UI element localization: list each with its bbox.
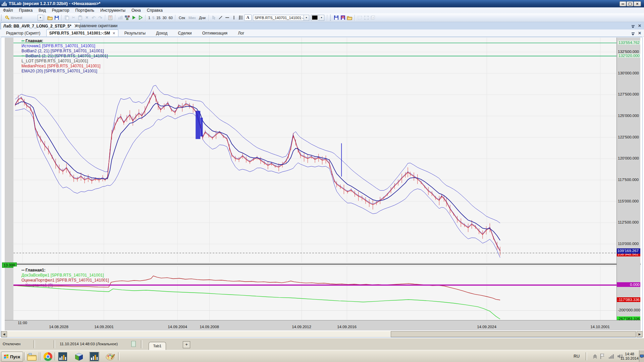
tslab-app-icon[interactable] [58, 352, 68, 361]
tab-results[interactable]: Результаты [120, 30, 150, 37]
main-legend-item-2[interactable]: BolBan2 (2, 21) [SPFB.RTS_140701_141001] [21, 49, 108, 54]
pane-splitter[interactable]: 13.000 [5, 262, 641, 266]
tabstrip-close-icon[interactable]: ✕ [638, 24, 641, 27]
color-picker-arrow[interactable]: ▼ [319, 15, 324, 20]
open-script-icon[interactable] [47, 14, 53, 21]
date-label-5: 14.09.2012 [292, 325, 311, 329]
menu-item-4[interactable]: Редактор [49, 7, 72, 13]
timeframe-button-5[interactable]: 5 [151, 16, 155, 20]
timeframe-button-30[interactable]: 30 [162, 16, 168, 20]
chart-view-icon[interactable] [117, 14, 124, 21]
script-properties-icon[interactable] [107, 14, 114, 21]
tab-editor-script[interactable]: Редактор (Скрипт) [1, 30, 45, 37]
horizontal-scrollbar[interactable]: ◀ ▶ [1, 331, 643, 337]
main-legend-item-5[interactable]: MedianPrice1 [SPFB.RTS_140701_141001] [21, 64, 108, 69]
group-panels-icon[interactable] [357, 14, 363, 21]
tslab-app-icon-active[interactable] [89, 352, 99, 361]
tray-clock[interactable]: 14:48 11.10.2014 [621, 350, 639, 362]
save-layout-icon[interactable] [333, 14, 340, 21]
ungroup-panels-icon[interactable] [363, 14, 370, 21]
tab-list-menu-icon[interactable] [631, 24, 635, 29]
unit-button-Мин[interactable]: Мин [187, 16, 197, 20]
tray-expand-icon[interactable] [594, 350, 596, 362]
run-icon[interactable] [130, 14, 137, 21]
tab-deals[interactable]: Сделки [173, 30, 197, 37]
save-script-icon[interactable] [53, 14, 60, 21]
equity-value-badge-1: 0.000 [617, 282, 640, 287]
bottom-legend-item-2[interactable]: ОценкаПортфел1 [SPFB.RTS_140701_141001] [21, 278, 109, 283]
menu-item-8[interactable]: Справка [144, 7, 166, 13]
main-legend-item-1[interactable]: Источник1 [SPFB.RTS_140701_141001] [21, 44, 108, 49]
text-tool-icon[interactable]: A [244, 14, 252, 21]
scrollbar-thumb[interactable] [391, 331, 636, 337]
unit-button-Дни[interactable]: Дни [197, 16, 207, 20]
symbol-combo-arrow[interactable]: ▼ [304, 15, 309, 20]
save-layout-as-icon[interactable]: AS [340, 14, 346, 21]
bottom-legend-item-1[interactable]: ДохЗаВсеВре1 [SPFB.RTS_140701_141001] [21, 273, 109, 278]
viewtab-list-menu-icon[interactable] [631, 32, 635, 37]
pointer-tool-icon[interactable] [211, 14, 217, 21]
open-layout-icon[interactable] [346, 14, 353, 21]
toolbar-grip-2[interactable] [330, 15, 332, 21]
tray-flag-icon[interactable] [600, 350, 605, 362]
horizontal-line-tool-icon[interactable] [224, 14, 231, 21]
script-diagram-icon[interactable] [124, 14, 130, 21]
menu-item-3[interactable]: Вид [36, 7, 49, 13]
tab-income[interactable]: Доход [151, 30, 172, 37]
bottom-legend-item-3[interactable]: Константа1 (0) [21, 283, 109, 288]
start-button[interactable]: Пуск [1, 352, 23, 362]
left-axis-strip[interactable] [5, 38, 13, 320]
copy-panel-icon[interactable] [370, 14, 377, 21]
redo-icon[interactable]: ↷ [97, 14, 104, 21]
scroll-left-icon[interactable]: ◀ [1, 331, 7, 337]
viewtab-close-icon[interactable]: ✕ [638, 32, 641, 35]
toolbar-grip[interactable] [1, 15, 3, 21]
color-picker-combo[interactable]: ▼ [311, 15, 324, 21]
workspace-tab[interactable]: Tab1 [149, 342, 166, 350]
close-button[interactable]: ✕ [634, 1, 641, 6]
chrome-icon[interactable] [43, 352, 53, 361]
unit-button-Сек[interactable]: Сек [177, 16, 187, 20]
delete-icon[interactable]: ✕ [84, 14, 90, 21]
tab-optimization[interactable]: Оптимизация [198, 30, 232, 37]
network-signal-icon[interactable] [609, 350, 614, 362]
paste-icon[interactable] [77, 14, 84, 21]
undo-icon[interactable]: ↶ [90, 14, 97, 21]
trend-line-tool-icon[interactable] [217, 14, 224, 21]
right-price-axis[interactable]: 132'500.000130'000.000127'500.000125'000… [616, 38, 640, 320]
run-agent-icon[interactable] [137, 14, 144, 21]
tab-chart-5m[interactable]: SPFB.RTS_140701_141001:-:5M✕ [46, 29, 119, 37]
paint-icon[interactable] [105, 352, 115, 361]
menu-item-7[interactable]: Окна [128, 7, 144, 13]
main-legend-item-4[interactable]: L_LOT [SPFB.RTS_140701_141001] [21, 59, 108, 64]
main-legend-item-6[interactable]: EMA20 (20) [SPFB.RTS_140701_141001] [21, 69, 108, 74]
time-axis[interactable]: 11:0014.08.202814.09.200114.09.200414.09… [5, 320, 641, 330]
tab-script-manager[interactable]: Управление скриптами [70, 22, 121, 29]
menu-item-1[interactable]: Файл [0, 7, 16, 13]
cut-icon[interactable]: ✂ [70, 14, 77, 21]
copy-icon[interactable] [63, 14, 70, 21]
menu-item-5[interactable]: Портфель [72, 7, 97, 13]
cube-app-icon[interactable] [74, 352, 84, 361]
scroll-right-icon[interactable]: ▶ [637, 331, 643, 337]
symbol-combo[interactable]: SPFB.RTS_140701_141001:- ▼ [253, 15, 309, 21]
journal-icon[interactable] [131, 341, 136, 347]
timeframe-button-1[interactable]: 1 [147, 16, 151, 20]
tab-chart-close-icon[interactable]: ✕ [112, 31, 115, 35]
minimize-button[interactable] [620, 1, 626, 6]
add-workspace-tab-button[interactable]: + [183, 341, 190, 348]
language-indicator[interactable]: RU [574, 350, 580, 362]
levels-tool-icon[interactable] [237, 14, 244, 21]
show-desktop-button[interactable] [639, 350, 644, 362]
restore-button[interactable] [627, 1, 633, 6]
timeframe-button-60[interactable]: 60 [168, 16, 174, 20]
account-combo-arrow[interactable]: ▼ [38, 15, 43, 21]
tab-log[interactable]: Лог [233, 30, 249, 37]
timeframe-button-15[interactable]: 15 [155, 16, 161, 20]
menu-item-6[interactable]: Инструменты [97, 7, 128, 13]
explorer-icon[interactable] [27, 352, 37, 361]
menu-item-2[interactable]: Правка [16, 7, 36, 13]
main-legend-item-3[interactable]: BolBan1 (2, 21) [SPFB.RTS_140701_141001] [21, 54, 108, 59]
tab-lab-script[interactable]: Лаб: BB_AVR_7_LONG_2_STEP_5* ✕ [1, 22, 80, 29]
vertical-line-tool-icon[interactable] [231, 14, 237, 21]
